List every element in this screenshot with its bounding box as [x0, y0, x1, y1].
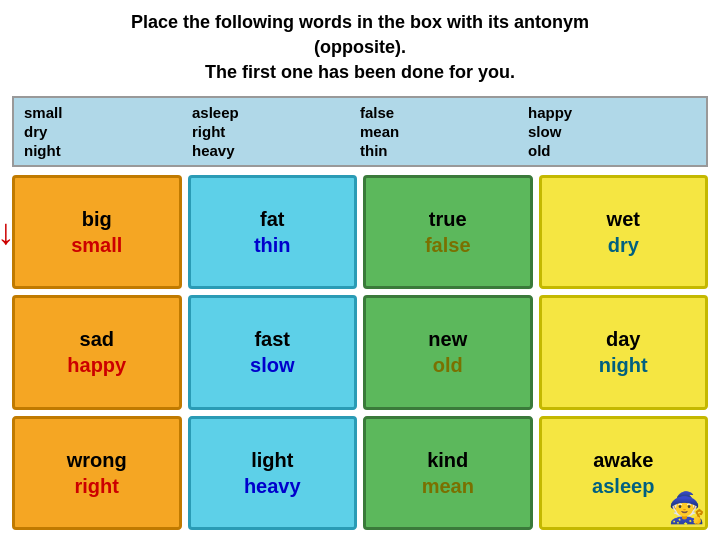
word-bank-item: heavy — [192, 142, 360, 159]
card-bottom-word: happy — [67, 352, 126, 378]
answer-card-0: ↓bigsmall — [12, 175, 182, 289]
word-bank-item: slow — [528, 123, 696, 140]
answer-card-7: daynight — [539, 295, 709, 409]
answer-card-1: fatthin — [188, 175, 358, 289]
character-icon: 🧙 — [668, 488, 705, 527]
answer-card-6: newold — [363, 295, 533, 409]
answer-card-5: fastslow — [188, 295, 358, 409]
card-top-word: fast — [254, 326, 290, 352]
card-bottom-word: thin — [254, 232, 291, 258]
card-bottom-word: old — [433, 352, 463, 378]
word-bank-item: old — [528, 142, 696, 159]
card-top-word: new — [428, 326, 467, 352]
word-bank-item: right — [192, 123, 360, 140]
answer-card-4: sadhappy — [12, 295, 182, 409]
card-top-word: awake — [593, 447, 653, 473]
card-top-word: day — [606, 326, 640, 352]
card-bottom-word: false — [425, 232, 471, 258]
word-bank-col4: happy slow old — [528, 104, 696, 159]
card-bottom-word: right — [75, 473, 119, 499]
card-bottom-word: heavy — [244, 473, 301, 499]
card-top-word: kind — [427, 447, 468, 473]
word-bank-item: false — [360, 104, 528, 121]
card-top-word: sad — [80, 326, 114, 352]
card-top-word: wet — [607, 206, 640, 232]
word-bank-item: happy — [528, 104, 696, 121]
word-bank-item: asleep — [192, 104, 360, 121]
answer-card-3: wetdry — [539, 175, 709, 289]
word-bank-col3: false mean thin — [360, 104, 528, 159]
card-bottom-word: slow — [250, 352, 294, 378]
word-bank-item: dry — [24, 123, 192, 140]
word-bank-col2: asleep right heavy — [192, 104, 360, 159]
answer-card-2: truefalse — [363, 175, 533, 289]
page: Place the following words in the box wit… — [0, 0, 720, 540]
word-bank-col1: small dry night — [24, 104, 192, 159]
card-bottom-word: dry — [608, 232, 639, 258]
card-top-word: true — [429, 206, 467, 232]
card-top-word: big — [82, 206, 112, 232]
instruction-line3: The first one has been done for you. — [205, 62, 515, 82]
answer-card-9: lightheavy — [188, 416, 358, 530]
card-top-word: wrong — [67, 447, 127, 473]
answer-card-10: kindmean — [363, 416, 533, 530]
answer-card-11: awakeasleep🧙 — [539, 416, 709, 530]
card-top-word: fat — [260, 206, 284, 232]
word-bank-item: thin — [360, 142, 528, 159]
card-top-word: light — [251, 447, 293, 473]
word-bank: small dry night asleep right heavy false… — [12, 96, 708, 167]
answer-card-8: wrongright — [12, 416, 182, 530]
card-bottom-word: mean — [422, 473, 474, 499]
card-bottom-word: asleep — [592, 473, 654, 499]
word-bank-item: small — [24, 104, 192, 121]
word-bank-item: night — [24, 142, 192, 159]
card-bottom-word: small — [71, 232, 122, 258]
instruction-line2: (opposite). — [314, 37, 406, 57]
card-bottom-word: night — [599, 352, 648, 378]
instruction-line1: Place the following words in the box wit… — [131, 12, 589, 32]
instructions: Place the following words in the box wit… — [12, 10, 708, 86]
arrow-icon: ↓ — [0, 208, 15, 255]
word-bank-item: mean — [360, 123, 528, 140]
card-grid: ↓bigsmallfatthintruefalsewetdrysadhappyf… — [12, 175, 708, 530]
